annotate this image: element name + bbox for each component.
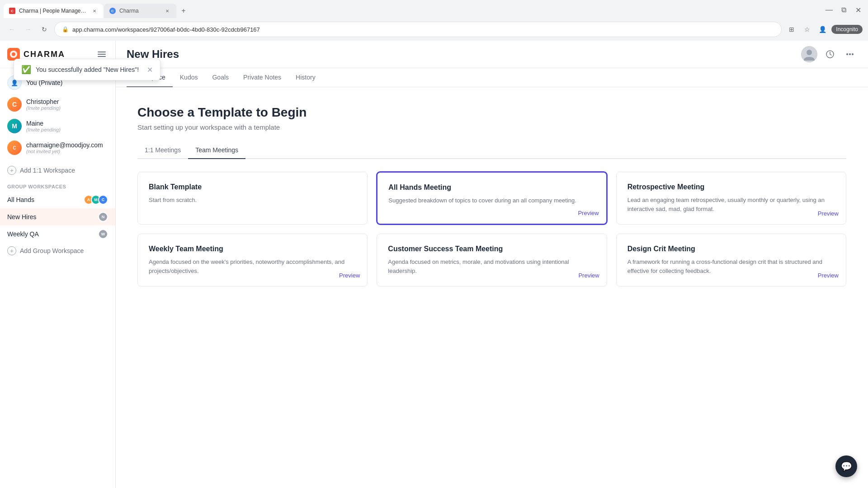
- tab1-label: Charma | People Management S...: [19, 8, 88, 14]
- window-restore[interactable]: ⧉: [837, 4, 850, 16]
- tab-history[interactable]: History: [288, 68, 323, 87]
- forward-button[interactable]: →: [22, 23, 34, 36]
- tab-goals[interactable]: Goals: [205, 68, 236, 87]
- browser-tab-1[interactable]: C Charma | People Management S... ✕: [4, 4, 103, 18]
- card-all-hands-preview[interactable]: Preview: [578, 210, 599, 216]
- profile-button[interactable]: 👤: [816, 23, 829, 36]
- card-customer-success-preview[interactable]: Preview: [578, 272, 599, 279]
- browser-actions: ⊞ ☆ 👤 Incognito: [785, 23, 863, 36]
- card-retrospective-title: Retrospective Meeting: [627, 183, 835, 191]
- template-cards-grid: Blank Template Start from scratch. All H…: [137, 172, 846, 286]
- clock-button[interactable]: [823, 47, 837, 61]
- chat-widget-button[interactable]: 💬: [835, 455, 857, 477]
- template-tab-11-meetings[interactable]: 1:1 Meetings: [137, 142, 188, 159]
- lock-icon: 🔒: [62, 26, 69, 33]
- reload-button[interactable]: ↻: [38, 23, 51, 36]
- incognito-label: Incognito: [831, 25, 863, 34]
- tab-kudos[interactable]: Kudos: [173, 68, 205, 87]
- template-card-retrospective[interactable]: Retrospective Meeting Lead an engaging t…: [616, 172, 846, 225]
- sidebar-item-all-hands[interactable]: All Hands A M C: [0, 191, 115, 208]
- charmaigne-sub: (not invited yet): [26, 149, 108, 154]
- browser-tab-2[interactable]: C Charma ✕: [104, 4, 176, 18]
- new-hires-avatar-1: N: [98, 212, 108, 222]
- bookmark-button[interactable]: ☆: [801, 23, 813, 36]
- sidebar-item-christopher[interactable]: C Christopher (Invite pending): [0, 94, 115, 115]
- template-category-tabs: 1:1 Meetings Team Meetings: [137, 142, 846, 159]
- all-hands-avatar-3: C: [98, 195, 108, 205]
- card-customer-success-title: Customer Success Team Meeting: [388, 245, 595, 253]
- collapse-icon: [98, 50, 106, 58]
- card-blank-title: Blank Template: [149, 183, 356, 191]
- user-avatar-header[interactable]: [801, 46, 817, 62]
- add-11-workspace-button[interactable]: + Add 1:1 Workspace: [0, 162, 115, 178]
- add-11-plus-icon: +: [7, 166, 16, 175]
- template-card-design-crit[interactable]: Design Crit Meeting A framework for runn…: [616, 234, 846, 286]
- toast-message: You successfully added "New Hires"!: [36, 66, 139, 73]
- svg-rect-2: [98, 52, 106, 52]
- extensions-button[interactable]: ⊞: [785, 23, 798, 36]
- template-card-weekly[interactable]: Weekly Team Meeting Agenda focused on th…: [137, 234, 368, 286]
- weekly-qa-name: Weekly QA: [7, 230, 94, 238]
- card-design-crit-preview[interactable]: Preview: [818, 272, 839, 279]
- more-options-button[interactable]: [843, 47, 857, 61]
- user-avatar-svg: [801, 46, 817, 62]
- new-tab-button[interactable]: +: [177, 5, 190, 17]
- toast-notification: ✅ You successfully added "New Hires"! ✕: [14, 59, 160, 80]
- weekly-qa-avatars: W: [98, 229, 108, 239]
- toast-close-button[interactable]: ✕: [147, 66, 153, 74]
- add-group-label: Add Group Workspace: [20, 247, 84, 254]
- sidebar-item-weekly-qa[interactable]: Weekly QA W: [0, 225, 115, 243]
- window-minimize[interactable]: —: [823, 4, 835, 16]
- template-card-blank[interactable]: Blank Template Start from scratch.: [137, 172, 368, 225]
- maine-name: Maine: [26, 120, 108, 127]
- address-bar[interactable]: 🔒 app.charma.com/workspaces/927006af-b0d…: [54, 22, 782, 37]
- url-text: app.charma.com/workspaces/927006af-b0dc-…: [72, 26, 260, 33]
- group-workspaces-label: Group Workspaces: [0, 178, 115, 191]
- add-group-workspace-button[interactable]: + Add Group Workspace: [0, 243, 115, 259]
- clock-icon: [826, 50, 835, 59]
- charmaigne-name: charmaigne@moodjoy.com: [26, 141, 108, 149]
- template-subheading: Start setting up your workspace with a t…: [137, 123, 846, 131]
- header-actions: [801, 46, 857, 62]
- tab2-label: Charma: [119, 8, 139, 14]
- template-card-customer-success[interactable]: Customer Success Team Meeting Agenda foc…: [377, 234, 607, 286]
- dot1: [846, 53, 848, 55]
- tab2-close[interactable]: ✕: [164, 7, 171, 14]
- card-weekly-desc: Agenda focused on the week's priorities,…: [149, 258, 356, 275]
- svg-rect-4: [98, 56, 106, 57]
- charmaigne-info: charmaigne@moodjoy.com (not invited yet): [26, 141, 108, 154]
- christopher-info: Christopher (Invite pending): [26, 98, 108, 111]
- new-hires-avatars: N: [98, 212, 108, 222]
- svg-rect-3: [98, 54, 106, 55]
- tab-private-notes[interactable]: Private Notes: [236, 68, 288, 87]
- tab2-favicon: C: [109, 8, 116, 14]
- window-close[interactable]: ✕: [852, 4, 864, 16]
- dot3: [852, 53, 854, 55]
- dot2: [849, 53, 851, 55]
- template-heading: Choose a Template to Begin: [137, 105, 846, 120]
- main-content: New Hires: [116, 41, 868, 488]
- browser-tabs-bar: C Charma | People Management S... ✕ C Ch…: [0, 0, 868, 18]
- card-weekly-preview[interactable]: Preview: [339, 272, 360, 279]
- card-all-hands-desc: Suggested breakdown of topics to cover d…: [388, 196, 595, 205]
- main-tabs: Workspace Kudos Goals Private Notes Hist…: [116, 68, 868, 87]
- browser-chrome: C Charma | People Management S... ✕ C Ch…: [0, 0, 868, 41]
- template-tab-team-meetings[interactable]: Team Meetings: [188, 142, 245, 159]
- card-retrospective-preview[interactable]: Preview: [818, 210, 839, 217]
- sidebar-item-charmaigne[interactable]: C charmaigne@moodjoy.com (not invited ye…: [0, 137, 115, 159]
- back-button[interactable]: ←: [5, 23, 18, 36]
- weekly-qa-avatar-1: W: [98, 229, 108, 239]
- sidebar-item-maine[interactable]: M Maine (Invite pending): [0, 115, 115, 137]
- browser-address-bar: ← → ↻ 🔒 app.charma.com/workspaces/927006…: [0, 18, 868, 41]
- chat-widget-icon: 💬: [841, 461, 852, 472]
- logo-svg: [9, 50, 18, 58]
- more-icon: [846, 53, 854, 55]
- svg-point-6: [807, 50, 812, 55]
- card-all-hands-title: All Hands Meeting: [388, 183, 595, 192]
- charmaigne-avatar: C: [7, 141, 22, 155]
- all-hands-info: All Hands: [7, 196, 79, 203]
- tab1-close[interactable]: ✕: [92, 7, 98, 14]
- sidebar-item-new-hires[interactable]: New Hires N: [0, 208, 115, 225]
- christopher-avatar: C: [7, 97, 22, 112]
- template-card-all-hands[interactable]: All Hands Meeting Suggested breakdown of…: [377, 172, 607, 225]
